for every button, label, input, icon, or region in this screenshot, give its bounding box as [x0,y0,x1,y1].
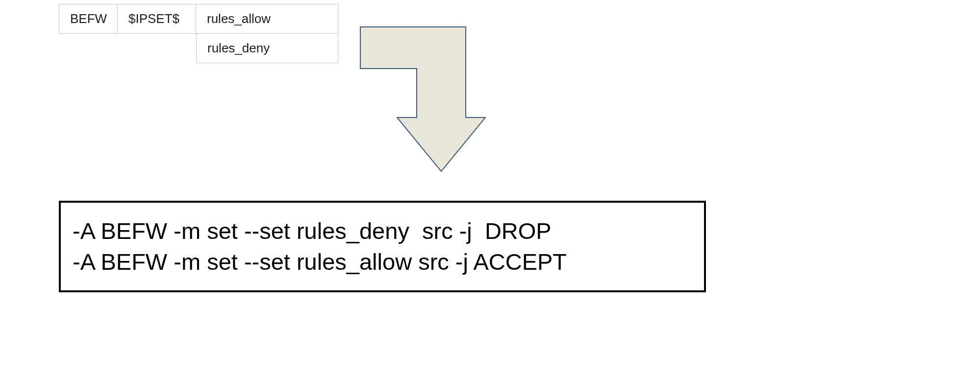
output-line-1: -A BEFW -m set --set rules_deny src -j D… [73,215,692,246]
output-box: -A BEFW -m set --set rules_deny src -j D… [59,201,706,292]
cell-rules-allow: rules_allow [196,4,338,34]
bent-down-arrow-icon [358,24,495,181]
config-table: BEFW $IPSET$ rules_allow rules_deny [59,4,338,63]
cell-befw: BEFW [59,4,118,34]
output-line-2: -A BEFW -m set --set rules_allow src -j … [73,246,692,277]
table-row: rules_deny [59,34,338,63]
cell-ipset: $IPSET$ [118,4,196,34]
table-row: BEFW $IPSET$ rules_allow [59,4,338,34]
arrow-shape [360,27,485,171]
cell-rules-deny: rules_deny [196,34,338,63]
